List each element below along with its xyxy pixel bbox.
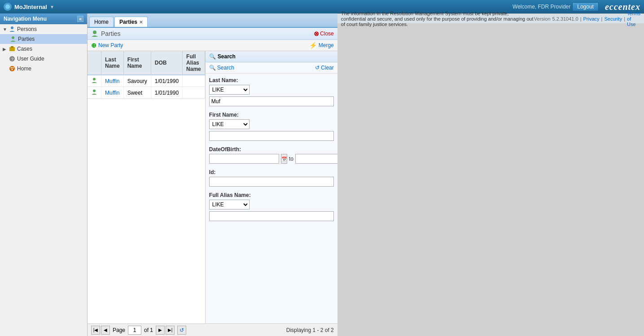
sidebar-item-parties[interactable]: Parties <box>0 34 87 44</box>
row-full-alias <box>183 87 205 99</box>
sidebar-item-persons[interactable]: ▼ Persons <box>0 24 87 34</box>
svg-point-7 <box>9 66 15 71</box>
svg-point-12 <box>93 78 96 81</box>
close-label: Close <box>320 31 334 37</box>
person-row-icon <box>91 89 97 95</box>
prev-page-button[interactable]: ◀ <box>101 326 110 335</box>
table-row[interactable]: Muffin Savoury 1/01/1990 <box>88 75 205 87</box>
row-last-name[interactable]: Muffin <box>101 87 124 99</box>
navigation-menu-label: Navigation Menu <box>4 16 47 22</box>
svg-text:?: ? <box>11 57 13 61</box>
full-alias-operator-select[interactable]: LIKE EQUALS STARTS WITH <box>209 200 250 209</box>
topbar-arrow-icon: ▼ <box>50 4 54 9</box>
page-number-input[interactable] <box>128 326 141 335</box>
id-field-label: Id: <box>209 169 334 175</box>
new-party-button[interactable]: ⊕ New Party <box>91 42 123 49</box>
parties-page-title: Parties <box>101 30 121 37</box>
id-input[interactable] <box>209 177 334 187</box>
row-icon-cell <box>88 75 101 87</box>
page-of-label: of 1 <box>144 327 153 333</box>
first-name-field-label: First Name: <box>209 112 334 118</box>
svg-point-1 <box>11 26 13 29</box>
table-row[interactable]: Muffin Sweet 1/01/1990 <box>88 87 205 99</box>
row-full-alias <box>183 75 205 87</box>
clear-button[interactable]: ↺ Clear <box>315 65 334 71</box>
sidebar-home-label: Home <box>17 65 31 72</box>
svg-rect-4 <box>11 46 13 48</box>
sidebar-item-user-guide[interactable]: ? User Guide <box>0 54 87 64</box>
col-last-name[interactable]: Last Name <box>101 51 124 75</box>
last-name-field-label: Last Name: <box>209 77 334 83</box>
new-party-plus-icon: ⊕ <box>91 42 96 49</box>
sidebar-item-cases[interactable]: ▶ Cases <box>0 44 87 54</box>
app-icon <box>4 3 12 11</box>
footer-privacy-link[interactable]: Privacy <box>583 16 600 22</box>
userguide-icon: ? <box>9 56 15 62</box>
merge-label: Merge <box>319 42 334 48</box>
tab-home[interactable]: Home <box>89 17 114 27</box>
footer-terms-link[interactable]: Terms of Use <box>627 11 640 27</box>
sidebar-collapse-button[interactable]: « <box>77 16 83 22</box>
sidebar-item-home[interactable]: Home <box>0 64 87 74</box>
parties-close-button[interactable]: ⊗ Close <box>314 30 334 37</box>
tab-parties-label: Parties <box>119 19 137 25</box>
footer-separator-3: | <box>624 16 625 22</box>
last-name-input[interactable] <box>209 96 334 106</box>
pagination-refresh-button[interactable]: ↺ <box>177 326 186 335</box>
first-name-input[interactable] <box>209 131 334 141</box>
search-button[interactable]: 🔍 Search <box>209 65 234 71</box>
svg-point-13 <box>93 90 96 92</box>
col-icon <box>88 51 101 75</box>
next-page-button[interactable]: ▶ <box>156 326 165 335</box>
tab-parties-close-icon[interactable]: ✕ <box>139 20 143 25</box>
clear-refresh-icon: ↺ <box>315 65 320 71</box>
footer-security-link[interactable]: Security <box>604 16 622 22</box>
sidebar-userguide-label: User Guide <box>17 56 44 62</box>
expand-cases-icon: ▶ <box>3 47 7 52</box>
tab-parties[interactable]: Parties ✕ <box>114 17 148 27</box>
dob-from-input[interactable] <box>209 154 279 164</box>
dob-field-label: DateOfBirth: <box>209 146 334 153</box>
svg-rect-3 <box>9 47 15 51</box>
row-first-name: Savoury <box>123 75 151 87</box>
merge-button[interactable]: ⚡ Merge <box>309 42 334 49</box>
cases-icon <box>9 46 15 52</box>
footer-message: The information in the Resolution Manage… <box>341 11 534 27</box>
parties-icon <box>10 36 16 42</box>
svg-point-11 <box>93 31 96 34</box>
full-alias-input[interactable] <box>209 211 334 221</box>
svg-point-8 <box>11 67 12 69</box>
col-first-name[interactable]: First Name <box>123 51 151 75</box>
row-first-name: Sweet <box>123 87 151 99</box>
search-btn-label: Search <box>217 65 234 71</box>
sidebar-persons-label: Persons <box>17 26 37 32</box>
close-x-icon: ⊗ <box>314 30 319 37</box>
search-panel-title-text: Search <box>218 53 236 60</box>
footer-separator-2: | <box>601 16 603 22</box>
full-alias-field-label: Full Alias Name: <box>209 192 334 198</box>
displaying-label: Displaying 1 - 2 of 2 <box>286 327 334 333</box>
svg-point-2 <box>12 36 14 39</box>
col-dob[interactable]: DOB <box>151 51 182 75</box>
dob-from-calendar-icon[interactable]: 📅 <box>281 154 287 164</box>
last-page-button[interactable]: ▶| <box>166 326 175 335</box>
footer-version-label: Version <box>534 16 551 22</box>
row-last-name[interactable]: Muffin <box>101 75 124 87</box>
person-row-icon <box>91 77 97 83</box>
dob-to-input[interactable] <box>295 154 337 164</box>
first-name-operator-select[interactable]: LIKE EQUALS STARTS WITH <box>209 119 250 129</box>
logout-button[interactable]: Logout <box>572 2 599 11</box>
col-full-alias[interactable]: Full Alias Name <box>183 51 205 75</box>
search-btn-icon: 🔍 <box>209 65 216 71</box>
footer-version: 5.2.31041.0 <box>552 16 578 22</box>
welcome-text: Welcome, FDR Provider <box>513 4 570 10</box>
dob-to-label: to <box>289 156 294 162</box>
svg-point-9 <box>13 67 14 69</box>
clear-btn-label: Clear <box>321 65 334 71</box>
row-dob: 1/01/1990 <box>151 75 182 87</box>
footer-separator-1: | <box>580 16 582 22</box>
last-name-operator-select[interactable]: LIKE EQUALS STARTS WITH <box>209 85 250 95</box>
merge-lightning-icon: ⚡ <box>309 42 317 49</box>
sidebar-parties-label: Parties <box>18 36 35 42</box>
first-page-button[interactable]: |◀ <box>91 326 100 335</box>
